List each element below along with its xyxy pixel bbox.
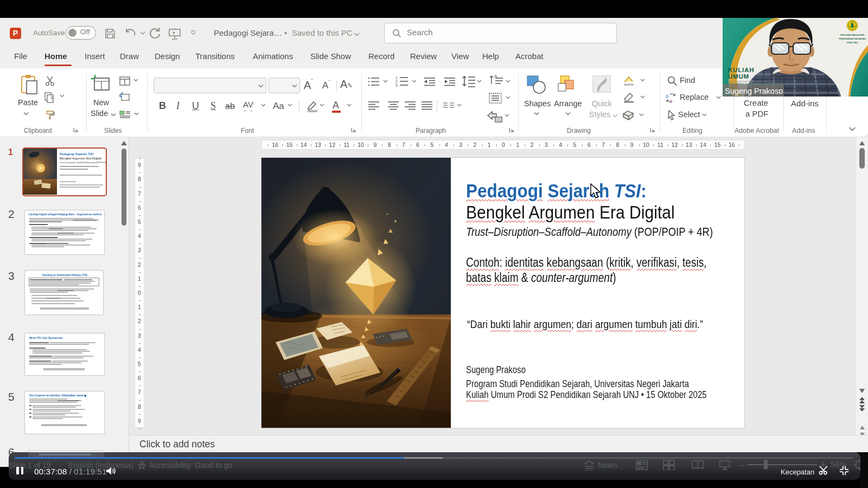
svg-text:UMUM: UMUM <box>728 73 749 80</box>
svg-text:1: 1 <box>395 76 398 80</box>
svg-text:Sugeng Prakoso: Sugeng Prakoso <box>725 87 783 95</box>
svg-text:PROGAM MAGISTER: PROGAM MAGISTER <box>840 34 865 36</box>
svg-text:A: A <box>494 75 497 79</box>
svg-text:KULIAH: KULIAH <box>728 67 754 73</box>
svg-text:c: c <box>670 97 673 104</box>
svg-text:3: 3 <box>395 84 398 87</box>
svg-text:b: b <box>666 93 669 99</box>
svg-text:FISH UNJ: FISH UNJ <box>847 41 858 44</box>
svg-text:2: 2 <box>395 80 398 84</box>
svg-text:PENDIDIKAN SEJARAH: PENDIDIKAN SEJARAH <box>839 37 866 40</box>
